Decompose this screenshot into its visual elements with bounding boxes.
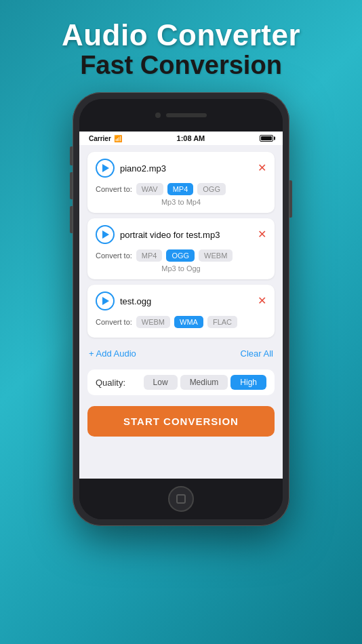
play-button-2[interactable] bbox=[96, 225, 115, 244]
quality-medium[interactable]: Medium bbox=[180, 375, 228, 390]
format-flac-3[interactable]: FLAC bbox=[207, 316, 237, 328]
start-conversion-button[interactable]: START CONVERSION bbox=[87, 406, 275, 437]
carrier-label: Carrier bbox=[89, 135, 111, 142]
side-button-vol-up bbox=[70, 172, 73, 199]
filename-1: piano2.mp3 bbox=[120, 163, 166, 174]
audio-card-3: test.ogg ✕ Convert to: WEBM WMA FLAC bbox=[87, 285, 275, 338]
add-clear-row: + Add Audio Clear All bbox=[87, 343, 275, 364]
quality-low[interactable]: Low bbox=[144, 375, 178, 390]
format-wav-1[interactable]: WAV bbox=[136, 183, 163, 195]
home-button[interactable] bbox=[168, 486, 194, 512]
audio-card-1-left: piano2.mp3 bbox=[96, 159, 166, 178]
quality-options: Low Medium High bbox=[131, 375, 266, 390]
side-button-mute bbox=[70, 146, 73, 165]
format-webm-2[interactable]: WEBM bbox=[199, 249, 233, 262]
quality-row: Quality: Low Medium High bbox=[87, 369, 275, 395]
phone-frame: Carrier 📶 1:08 AM bbox=[73, 92, 289, 526]
format-mp4-1[interactable]: MP4 bbox=[167, 183, 194, 195]
convert-row-3: Convert to: WEBM WMA FLAC bbox=[96, 316, 266, 328]
phone-screen: Carrier 📶 1:08 AM bbox=[79, 99, 283, 519]
battery-fill bbox=[261, 136, 272, 140]
app-content: piano2.mp3 ✕ Convert to: WAV MP4 OGG Mp3… bbox=[79, 145, 283, 479]
app-title-line1: Audio Converter bbox=[62, 19, 300, 52]
play-button-1[interactable] bbox=[96, 159, 115, 178]
clear-all-button[interactable]: Clear All bbox=[241, 348, 273, 359]
add-audio-button[interactable]: + Add Audio bbox=[89, 348, 136, 359]
play-icon-3 bbox=[102, 297, 109, 305]
play-icon-1 bbox=[102, 164, 109, 172]
format-ogg-1[interactable]: OGG bbox=[197, 183, 226, 195]
convert-label-3: Convert to: bbox=[96, 318, 132, 326]
audio-card-2: portrait video for test.mp3 ✕ Convert to… bbox=[87, 218, 275, 279]
format-webm-3[interactable]: WEBM bbox=[136, 316, 170, 328]
side-button-vol-down bbox=[70, 206, 73, 233]
format-mp4-2[interactable]: MP4 bbox=[136, 249, 163, 262]
audio-card-2-left: portrait video for test.mp3 bbox=[96, 225, 220, 244]
phone-top-hardware bbox=[79, 99, 283, 132]
phone-bottom-hardware bbox=[79, 479, 283, 519]
earpiece-speaker bbox=[166, 113, 207, 117]
filename-2: portrait video for test.mp3 bbox=[120, 230, 220, 240]
status-time: 1:08 AM bbox=[177, 134, 205, 142]
close-button-2[interactable]: ✕ bbox=[258, 229, 266, 240]
quality-label: Quality: bbox=[96, 378, 125, 388]
close-button-3[interactable]: ✕ bbox=[258, 296, 266, 306]
format-ogg-2[interactable]: OGG bbox=[166, 249, 195, 262]
audio-card-1: piano2.mp3 ✕ Convert to: WAV MP4 OGG Mp3… bbox=[87, 152, 275, 213]
status-left: Carrier 📶 bbox=[89, 135, 122, 142]
status-bar: Carrier 📶 1:08 AM bbox=[79, 132, 283, 145]
status-right bbox=[260, 135, 273, 142]
conversion-info-1: Mp3 to Mp4 bbox=[96, 198, 266, 206]
audio-card-3-header: test.ogg ✕ bbox=[96, 291, 266, 310]
play-icon-2 bbox=[102, 230, 109, 239]
wifi-icon: 📶 bbox=[114, 135, 122, 142]
convert-row-1: Convert to: WAV MP4 OGG bbox=[96, 183, 266, 195]
home-button-inner bbox=[176, 494, 186, 504]
front-camera bbox=[155, 113, 161, 118]
convert-row-2: Convert to: MP4 OGG WEBM bbox=[96, 249, 266, 262]
battery-icon bbox=[260, 135, 273, 142]
app-title-line2: Fast Conversion bbox=[62, 52, 300, 80]
close-button-1[interactable]: ✕ bbox=[258, 163, 266, 174]
format-wma-3[interactable]: WMA bbox=[174, 316, 203, 328]
audio-card-1-header: piano2.mp3 ✕ bbox=[96, 159, 266, 178]
filename-3: test.ogg bbox=[120, 296, 151, 306]
audio-list: piano2.mp3 ✕ Convert to: WAV MP4 OGG Mp3… bbox=[79, 145, 283, 446]
side-button-power bbox=[289, 180, 292, 218]
convert-label-2: Convert to: bbox=[96, 251, 132, 260]
quality-high[interactable]: High bbox=[230, 375, 266, 390]
play-button-3[interactable] bbox=[96, 291, 115, 310]
conversion-info-2: Mp3 to Ogg bbox=[96, 264, 266, 273]
audio-card-3-left: test.ogg bbox=[96, 291, 151, 310]
audio-card-2-header: portrait video for test.mp3 ✕ bbox=[96, 225, 266, 244]
convert-label-1: Convert to: bbox=[96, 185, 132, 193]
app-title: Audio Converter Fast Conversion bbox=[62, 19, 300, 80]
